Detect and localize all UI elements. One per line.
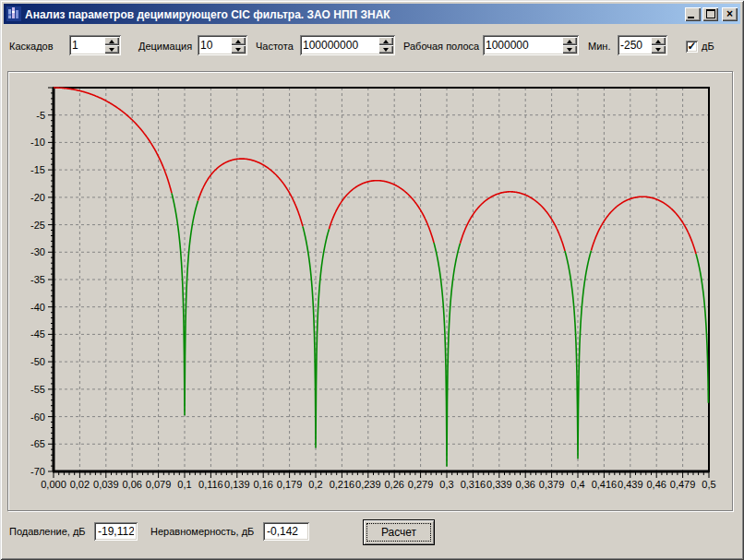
curve-passband xyxy=(198,159,304,226)
down-arrow-icon xyxy=(383,48,389,52)
maximize-icon xyxy=(706,9,715,18)
curve-passband xyxy=(330,181,435,243)
cascades-input[interactable] xyxy=(72,38,103,53)
x-tick-label: 0,46 xyxy=(646,479,666,490)
calc-button-focus-rect: Расчет xyxy=(366,523,431,542)
decimation-spin-down-button[interactable] xyxy=(231,45,246,54)
cascades-label: Каскадов xyxy=(9,41,54,52)
working-band-spinner xyxy=(562,37,577,54)
y-tick-label: -35 xyxy=(30,274,45,285)
decimation-spinedit xyxy=(198,35,247,55)
cascades-spinedit xyxy=(69,35,121,55)
x-tick-label: 0,039 xyxy=(93,479,119,490)
frequency-spinner xyxy=(378,37,393,54)
window-title: Анализ параметров децимирующего CIC филь… xyxy=(25,7,683,21)
curve-passband xyxy=(461,192,566,251)
x-tick-label: 0,2 xyxy=(308,479,322,490)
y-tick-label: -30 xyxy=(30,246,45,257)
y-tick-label: -10 xyxy=(30,137,45,148)
x-tick-label: 0,5 xyxy=(702,479,715,490)
x-tick-label: 0,116 xyxy=(198,479,223,490)
decimation-input[interactable] xyxy=(200,38,230,53)
x-tick-label: 0,339 xyxy=(486,479,512,490)
x-tick-label: 0,36 xyxy=(515,479,534,490)
decimation-spin-up-button[interactable] xyxy=(231,37,246,45)
decimation-spinner xyxy=(231,37,246,54)
frequency-spinedit xyxy=(300,35,395,55)
up-arrow-icon xyxy=(383,40,389,43)
x-tick-label: 0,479 xyxy=(670,479,696,490)
x-tick-label: 0,1 xyxy=(177,479,191,490)
app-icon xyxy=(6,6,21,21)
min-spin-down-button[interactable] xyxy=(651,45,666,54)
curve-alias-band xyxy=(696,254,708,403)
titlebar[interactable]: Анализ параметров децимирующего CIC филь… xyxy=(4,4,740,24)
calc-button[interactable]: Расчет xyxy=(363,519,435,545)
checkmark-icon: ✓ xyxy=(687,41,696,52)
x-tick-label: 0,239 xyxy=(355,479,381,490)
y-tick-label: -65 xyxy=(30,438,45,449)
suppression-value[interactable] xyxy=(98,525,134,538)
min-spinner xyxy=(651,37,666,54)
x-tick-label: 0,079 xyxy=(146,479,172,490)
x-tick-label: 0,179 xyxy=(277,479,303,490)
x-tick-label: 0,439 xyxy=(618,479,643,490)
db-checkbox-label: дБ xyxy=(702,41,714,52)
x-tick-label: 0,16 xyxy=(253,479,272,490)
min-spin-up-button[interactable] xyxy=(651,37,666,45)
y-tick-label: -5 xyxy=(36,110,45,121)
x-tick-label: 0,02 xyxy=(70,479,90,490)
y-tick-label: -55 xyxy=(30,384,45,395)
curve-passband xyxy=(54,88,172,193)
y-tick-label: -20 xyxy=(30,192,45,203)
chart-svg: 0,0000,020,0390,060,0790,10,1160,1390,16… xyxy=(8,72,730,507)
ripple-label: Неравномерность, дБ xyxy=(150,526,254,537)
curve-passband xyxy=(592,197,697,254)
cascades-spin-down-button[interactable] xyxy=(104,45,119,54)
down-arrow-icon xyxy=(109,48,114,52)
ripple-value[interactable] xyxy=(267,525,306,538)
x-tick-label: 0,379 xyxy=(539,479,565,490)
y-tick-label: -50 xyxy=(30,356,45,367)
x-tick-label: 0,26 xyxy=(384,479,403,490)
cascades-spinner xyxy=(104,37,119,54)
down-arrow-icon xyxy=(567,48,572,52)
y-tick-label: -70 xyxy=(30,466,45,477)
min-spinedit xyxy=(618,35,667,55)
y-tick-label: -15 xyxy=(30,164,45,175)
x-tick-label: 0,216 xyxy=(330,479,355,490)
x-tick-label: 0,000 xyxy=(41,479,66,490)
frequency-spin-up-button[interactable] xyxy=(378,37,393,45)
frequency-label: Частота xyxy=(256,41,294,52)
y-tick-label: -40 xyxy=(30,302,45,313)
minimize-button[interactable] xyxy=(685,7,701,21)
maximize-button[interactable] xyxy=(702,7,718,21)
up-arrow-icon xyxy=(655,40,661,43)
working-band-spin-up-button[interactable] xyxy=(562,37,577,45)
down-arrow-icon xyxy=(655,48,661,52)
x-tick-label: 0,416 xyxy=(592,479,618,490)
suppression-label: Подавление, дБ xyxy=(9,526,86,537)
y-tick-label: -25 xyxy=(30,220,45,231)
min-input[interactable] xyxy=(620,38,650,53)
x-tick-label: 0,3 xyxy=(439,479,453,490)
cascades-spin-up-button[interactable] xyxy=(104,37,119,45)
working-band-spin-down-button[interactable] xyxy=(562,45,577,54)
up-arrow-icon xyxy=(567,40,572,43)
x-tick-label: 0,4 xyxy=(570,479,584,490)
app-window: Анализ параметров децимирующего CIC филь… xyxy=(0,0,744,560)
minimize-icon xyxy=(688,17,694,18)
frequency-input[interactable] xyxy=(303,38,378,53)
frequency-spin-down-button[interactable] xyxy=(378,45,393,54)
x-tick-label: 0,316 xyxy=(461,479,486,490)
x-tick-label: 0,06 xyxy=(122,479,141,490)
db-checkbox[interactable]: ✓ xyxy=(686,41,698,53)
x-tick-label: 0,139 xyxy=(224,479,250,490)
up-arrow-icon xyxy=(109,40,114,43)
working-band-input[interactable] xyxy=(486,38,561,53)
decimation-label: Децимация xyxy=(138,41,192,52)
chart-panel: 0,0000,020,0390,060,0790,10,1160,1390,16… xyxy=(7,71,733,511)
close-button[interactable]: × xyxy=(722,7,738,21)
x-tick-label: 0,279 xyxy=(408,479,434,490)
suppression-field xyxy=(94,522,138,541)
